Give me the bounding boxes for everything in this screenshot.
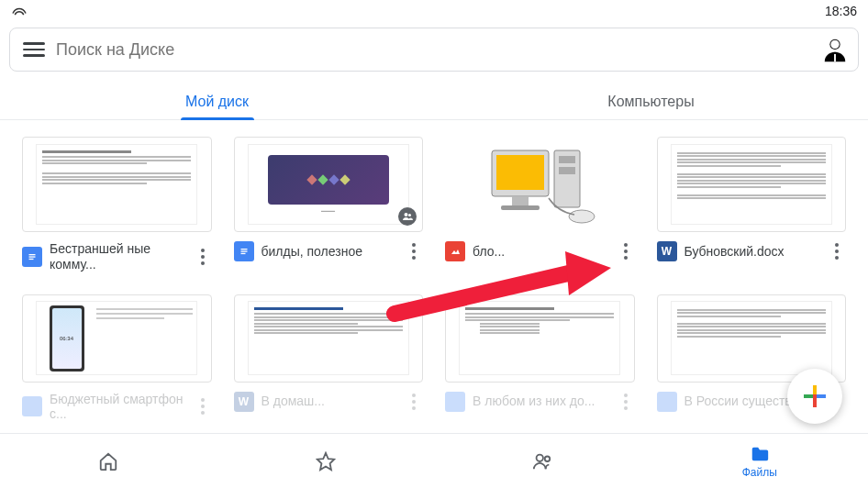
svg-rect-18 [559, 156, 575, 163]
file-item[interactable]: 06:34 Бюджетный смартфон с... [22, 294, 212, 423]
svg-point-1 [830, 40, 839, 49]
file-thumbnail [445, 294, 635, 383]
file-name: В домаш... [262, 394, 398, 409]
file-thumbnail [234, 294, 424, 383]
status-signal-icon [11, 2, 28, 21]
word-file-icon: W [234, 392, 254, 412]
svg-rect-21 [450, 246, 461, 257]
file-name: билды, полезное [262, 244, 398, 260]
svg-marker-31 [317, 452, 334, 469]
file-name: В любом из них до... [473, 394, 609, 409]
svg-rect-12 [240, 253, 245, 254]
star-icon [316, 451, 336, 471]
google-docs-icon [657, 392, 677, 412]
plus-icon [801, 383, 829, 410]
file-item[interactable]: W В домаш... [234, 294, 424, 423]
svg-rect-5 [29, 256, 36, 257]
menu-icon[interactable] [23, 39, 45, 61]
nav-home[interactable] [0, 434, 217, 488]
file-thumbnail [22, 137, 212, 232]
more-icon[interactable] [828, 243, 846, 260]
svg-rect-11 [240, 250, 247, 251]
search-input[interactable] [56, 40, 814, 60]
svg-rect-10 [240, 249, 247, 250]
google-docs-icon [22, 396, 42, 416]
folder-icon [750, 444, 770, 464]
file-thumbnail [445, 137, 635, 232]
word-file-icon: W [657, 241, 677, 261]
tab-my-drive[interactable]: Мой диск [0, 83, 434, 119]
svg-point-8 [408, 214, 411, 216]
file-item[interactable]: В любом из них до... [445, 294, 635, 423]
file-item[interactable]: Бестраншей ные комму... [22, 137, 212, 272]
account-avatar[interactable] [821, 36, 849, 63]
google-docs-icon [445, 392, 465, 412]
status-bar: 18:36 [0, 0, 868, 22]
svg-point-20 [569, 210, 595, 223]
image-file-icon [445, 241, 465, 261]
top-tabs: Мой диск Компьютеры [0, 83, 868, 120]
file-name: Бубновский.docx [684, 244, 821, 260]
shared-badge-icon [398, 207, 417, 226]
file-item[interactable]: ━━━━━ билды, полезное [234, 137, 424, 272]
svg-point-32 [537, 454, 543, 460]
more-icon[interactable] [617, 243, 635, 260]
svg-rect-6 [29, 259, 34, 260]
file-item[interactable]: бло... [445, 137, 635, 272]
more-icon[interactable] [194, 249, 212, 265]
file-thumbnail: ━━━━━ [234, 137, 424, 232]
file-name: бло... [473, 244, 609, 260]
home-icon [98, 451, 118, 471]
svg-rect-30 [813, 394, 817, 398]
file-thumbnail [657, 137, 847, 232]
svg-point-2 [832, 52, 838, 54]
nav-starred[interactable] [217, 434, 435, 488]
more-icon[interactable] [194, 398, 212, 415]
svg-point-33 [545, 456, 551, 461]
status-clock: 18:36 [825, 4, 857, 18]
svg-point-7 [405, 213, 408, 216]
nav-shared[interactable] [434, 434, 651, 488]
google-docs-icon [22, 247, 42, 267]
create-fab[interactable] [787, 369, 842, 424]
nav-files-label: Файлы [742, 466, 777, 479]
file-item[interactable]: W Бубновский.docx [657, 137, 847, 272]
google-docs-icon [234, 241, 254, 261]
file-name: Бюджетный смартфон с... [50, 392, 186, 423]
svg-rect-19 [559, 167, 575, 174]
more-icon[interactable] [617, 394, 635, 410]
nav-files[interactable]: Файлы [651, 434, 869, 488]
more-icon[interactable] [405, 243, 423, 260]
svg-rect-16 [501, 205, 540, 210]
more-icon[interactable] [405, 394, 423, 410]
bottom-nav: Файлы [0, 433, 868, 488]
svg-rect-15 [512, 196, 529, 205]
svg-rect-4 [29, 254, 36, 255]
tab-computers[interactable]: Компьютеры [434, 83, 868, 119]
file-thumbnail: 06:34 [22, 294, 212, 383]
search-bar[interactable] [9, 28, 859, 72]
people-icon [532, 451, 552, 471]
file-name: Бестраншей ные комму... [50, 241, 186, 272]
svg-rect-14 [496, 155, 544, 190]
